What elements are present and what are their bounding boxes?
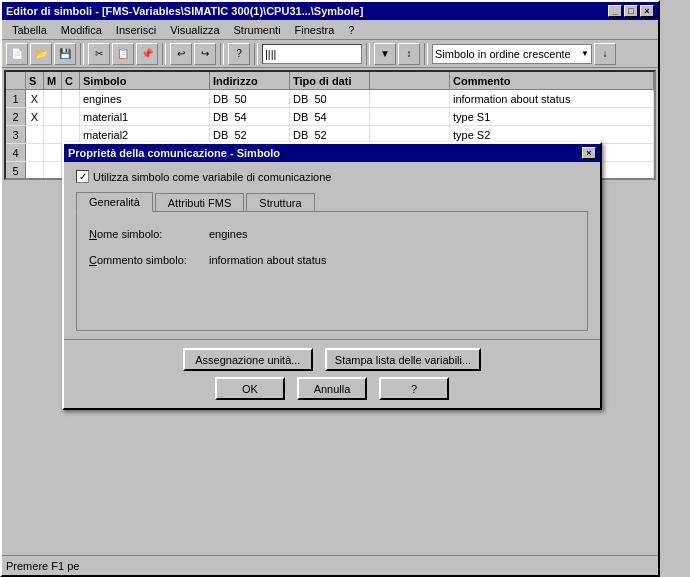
toolbar-undo-button[interactable]: ↩ bbox=[170, 43, 192, 65]
status-bar: Premere F1 pe bbox=[2, 555, 658, 575]
tab-generalita[interactable]: Generalità bbox=[76, 192, 153, 212]
ok-button[interactable]: OK bbox=[215, 377, 285, 400]
row-simbolo-1: engines bbox=[80, 90, 210, 107]
row-c-3 bbox=[62, 126, 80, 143]
row-commento-3: type S2 bbox=[450, 126, 654, 143]
row-indirizzo-2: DB 54 bbox=[210, 108, 290, 125]
row-num-2: 2 bbox=[6, 108, 26, 125]
help-button[interactable]: ? bbox=[379, 377, 449, 400]
col-commento: Commento bbox=[450, 72, 654, 89]
toolbar-separator-1 bbox=[80, 43, 84, 65]
toolbar-redo-button[interactable]: ↪ bbox=[194, 43, 216, 65]
menu-help[interactable]: ? bbox=[342, 22, 360, 38]
menu-tabella[interactable]: Tabella bbox=[6, 22, 53, 38]
tab-bar: Generalità Attributi FMS Struttura bbox=[76, 191, 588, 211]
dialog-bottom: Assegnazione unità... Stampa lista delle… bbox=[64, 339, 600, 408]
table-row[interactable]: 1 X engines DB 50 DB 50 information abou… bbox=[6, 90, 654, 108]
row-num-4: 4 bbox=[6, 144, 26, 161]
sort-dropdown[interactable]: Simbolo in ordine crescente ▼ bbox=[432, 44, 592, 64]
col-tipo: Tipo di dati bbox=[290, 72, 370, 89]
nome-simbolo-value: engines bbox=[209, 228, 248, 240]
toolbar-copy-button[interactable]: 📋 bbox=[112, 43, 134, 65]
minimize-button[interactable]: _ bbox=[608, 5, 622, 17]
commento-label-c: C bbox=[89, 254, 97, 266]
checkbox-row: ✓ Utilizza simbolo come variabile di com… bbox=[76, 170, 588, 183]
checkbox-label: Utilizza simbolo come variabile di comun… bbox=[93, 171, 331, 183]
annulla-button[interactable]: Annulla bbox=[297, 377, 367, 400]
col-simbolo: Simbolo bbox=[80, 72, 210, 89]
row-s-5 bbox=[26, 162, 44, 179]
toolbar-cut-button[interactable]: ✂ bbox=[88, 43, 110, 65]
toolbar-new-button[interactable]: 📄 bbox=[6, 43, 28, 65]
toolbar-save-button[interactable]: 💾 bbox=[54, 43, 76, 65]
row-c-1 bbox=[62, 90, 80, 107]
row-m-2 bbox=[44, 108, 62, 125]
row-m-4 bbox=[44, 144, 62, 161]
nome-label-n: N bbox=[89, 228, 97, 240]
menu-inserisci[interactable]: Inserisci bbox=[110, 22, 162, 38]
row-indirizzo-3: DB 52 bbox=[210, 126, 290, 143]
col-extra bbox=[370, 72, 450, 89]
row-m-1 bbox=[44, 90, 62, 107]
commento-simbolo-label: Commento simbolo: bbox=[89, 254, 209, 266]
toolbar-apply-button[interactable]: ↓ bbox=[594, 43, 616, 65]
search-input[interactable] bbox=[262, 44, 362, 64]
col-indirizzo: Indirizzo bbox=[210, 72, 290, 89]
tab-attributi-fms[interactable]: Attributi FMS bbox=[155, 193, 245, 212]
toolbar-separator-2 bbox=[162, 43, 166, 65]
menu-strumenti[interactable]: Strumenti bbox=[228, 22, 287, 38]
row-m-3 bbox=[44, 126, 62, 143]
close-button[interactable]: × bbox=[640, 5, 654, 17]
window-title: Editor di simboli - [FMS-Variables\SIMAT… bbox=[6, 5, 363, 17]
commento-label-rest: ommento simbolo: bbox=[97, 254, 187, 266]
table-header: S M C Simbolo Indirizzo Tipo di dati Com… bbox=[6, 72, 654, 90]
properties-dialog: Proprietà della comunicazione - Simbolo … bbox=[62, 142, 602, 410]
toolbar-separator-3 bbox=[220, 43, 224, 65]
row-num-3: 3 bbox=[6, 126, 26, 143]
tab-struttura[interactable]: Struttura bbox=[246, 193, 314, 212]
toolbar-separator-5 bbox=[366, 43, 370, 65]
row-tipo-3: DB 52 bbox=[290, 126, 370, 143]
nome-simbolo-row: Nome simbolo: engines bbox=[89, 228, 575, 240]
col-num bbox=[6, 72, 26, 89]
toolbar-filter-button[interactable]: ▼ bbox=[374, 43, 396, 65]
row-extra-3 bbox=[370, 126, 450, 143]
dialog-close-button[interactable]: × bbox=[582, 147, 596, 159]
toolbar-sort-button[interactable]: ↕ bbox=[398, 43, 420, 65]
row-c-2 bbox=[62, 108, 80, 125]
dialog-title-bar: Proprietà della comunicazione - Simbolo … bbox=[64, 144, 600, 162]
table-row[interactable]: 2 X material1 DB 54 DB 54 type S1 bbox=[6, 108, 654, 126]
toolbar-separator-4 bbox=[254, 43, 258, 65]
row-indirizzo-1: DB 50 bbox=[210, 90, 290, 107]
title-bar: Editor di simboli - [FMS-Variables\SIMAT… bbox=[2, 2, 658, 20]
assegnazione-button[interactable]: Assegnazione unità... bbox=[183, 348, 313, 371]
maximize-button[interactable]: □ bbox=[624, 5, 638, 17]
action-buttons-row: Assegnazione unità... Stampa lista delle… bbox=[76, 348, 588, 371]
row-num-1: 1 bbox=[6, 90, 26, 107]
commento-simbolo-value: information about status bbox=[209, 254, 326, 266]
row-commento-2: type S1 bbox=[450, 108, 654, 125]
nome-label-rest: ome simbolo: bbox=[97, 228, 162, 240]
menu-visualizza[interactable]: Visualizza bbox=[164, 22, 225, 38]
row-tipo-2: DB 54 bbox=[290, 108, 370, 125]
dialog-content: ✓ Utilizza simbolo come variabile di com… bbox=[64, 162, 600, 339]
tab-content: Nome simbolo: engines Commento simbolo: … bbox=[76, 211, 588, 331]
commento-simbolo-row: Commento simbolo: information about stat… bbox=[89, 254, 575, 266]
sort-dropdown-arrow: ▼ bbox=[581, 49, 589, 58]
ok-cancel-row: OK Annulla ? bbox=[76, 377, 588, 400]
communication-checkbox[interactable]: ✓ bbox=[76, 170, 89, 183]
toolbar-open-button[interactable]: 📂 bbox=[30, 43, 52, 65]
title-bar-buttons: _ □ × bbox=[608, 5, 654, 17]
row-extra-2 bbox=[370, 108, 450, 125]
row-s-1: X bbox=[26, 90, 44, 107]
dialog-title: Proprietà della comunicazione - Simbolo bbox=[68, 147, 280, 159]
menu-modifica[interactable]: Modifica bbox=[55, 22, 108, 38]
toolbar-paste-button[interactable]: 📌 bbox=[136, 43, 158, 65]
row-s-3 bbox=[26, 126, 44, 143]
col-c: C bbox=[62, 72, 80, 89]
stampa-button[interactable]: Stampa lista delle variabili... bbox=[325, 348, 481, 371]
status-text: Premere F1 pe bbox=[6, 560, 79, 572]
toolbar-help-button[interactable]: ? bbox=[228, 43, 250, 65]
menu-finestra[interactable]: Finestra bbox=[289, 22, 341, 38]
row-num-5: 5 bbox=[6, 162, 26, 179]
